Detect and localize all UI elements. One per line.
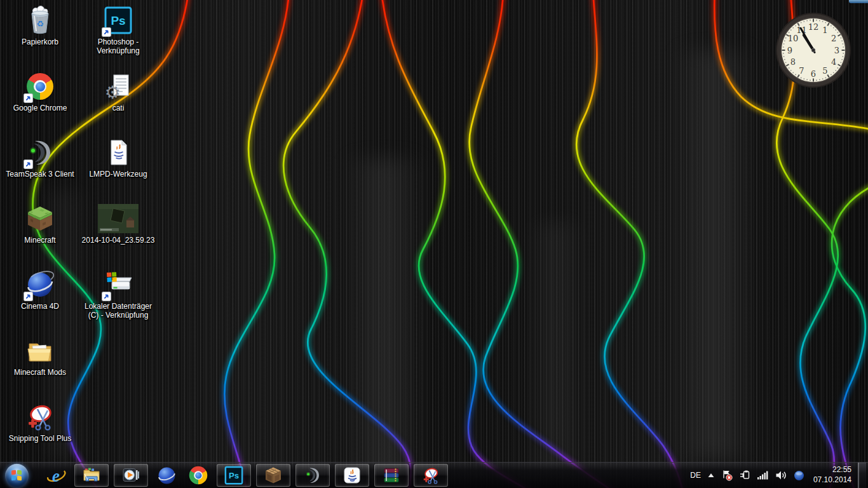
gadget-edge-fragment — [849, 0, 868, 3]
shortcut-arrow-icon — [24, 159, 33, 169]
svg-text:10: 10 — [788, 34, 799, 43]
taskbar-button-windows-media-player[interactable] — [114, 464, 148, 487]
desktop-icon-label: Minecraft — [24, 236, 55, 245]
cinema4d-icon — [157, 466, 177, 485]
taskbar-button-google-chrome[interactable] — [185, 464, 212, 487]
chrome-icon — [189, 466, 208, 485]
taskbar: e — [0, 462, 868, 488]
desktop-icon-cinema4d[interactable]: Cinema 4D — [1, 269, 79, 311]
desktop-icon-label: Photoshop - Verknüpfung — [79, 37, 157, 55]
windows-explorer-icon — [82, 466, 101, 485]
taskbar-button-photoshop[interactable]: Ps — [217, 464, 251, 487]
desktop-icon-photoshop[interactable]: Ps Photoshop - Verknüpfung — [79, 5, 157, 55]
taskbar-button-winrar[interactable] — [374, 464, 409, 487]
tray-app-orb-icon[interactable] — [794, 470, 804, 481]
svg-text:7: 7 — [799, 66, 804, 76]
desktop-icon-local-disk-c[interactable]: Lokaler Datenträger (C) - Verknüpfung — [79, 269, 157, 320]
desktop-icon-label: cati — [112, 104, 125, 112]
recycle-bin-icon: ♻ — [25, 5, 55, 36]
crafting-table-icon — [264, 466, 283, 485]
desktop-icon-label: Cinema 4D — [21, 302, 59, 311]
winrar-icon — [382, 466, 401, 485]
config-file-icon: ⚙ — [103, 71, 133, 102]
svg-text:4: 4 — [831, 57, 836, 67]
svg-text:Ps: Ps — [111, 14, 125, 27]
desktop-icon-label: 2014-10-04_23.59.23 — [82, 236, 155, 245]
desktop-icon-label: Minecraft Mods — [14, 368, 66, 377]
java-icon — [342, 466, 362, 485]
desktop-icon-label: TeamSpeak 3 Client — [6, 170, 74, 179]
desktop-icon-lmpd-werkzeug[interactable]: LMPD-Werkzeug — [79, 137, 157, 179]
photoshop-icon: Ps — [224, 466, 243, 485]
clock-center-cap — [811, 48, 815, 52]
svg-text:⚙: ⚙ — [104, 83, 120, 102]
taskbar-buttons: e — [0, 464, 448, 487]
desktop-wallpaper[interactable]: ♻ Papierkorb Google Chrome TeamSpeak 3 — [0, 0, 868, 488]
folder-icon — [25, 336, 55, 366]
svg-text:1: 1 — [822, 25, 827, 35]
desktop-icon-recycle-bin[interactable]: ♻ Papierkorb — [1, 5, 79, 46]
java-file-icon — [103, 137, 133, 168]
system-tray: DE — [690, 463, 868, 488]
svg-text:3: 3 — [834, 46, 839, 55]
taskbar-button-minecraft[interactable] — [256, 464, 290, 487]
svg-text:12: 12 — [808, 22, 819, 32]
taskbar-button-internet-explorer[interactable]: e — [43, 464, 69, 487]
minecraft-grass-block-icon — [25, 203, 55, 234]
desktop-icon-cati[interactable]: ⚙ cati — [79, 71, 157, 112]
windows-media-player-icon — [121, 466, 140, 485]
desktop-icon-teamspeak[interactable]: TeamSpeak 3 Client — [1, 137, 79, 179]
tray-clock[interactable]: 22:55 07.10.2014 — [813, 465, 851, 485]
shortcut-arrow-icon — [102, 27, 111, 37]
tray-date: 07.10.2014 — [813, 475, 851, 485]
snipping-tool-icon — [25, 402, 55, 432]
svg-text:2: 2 — [831, 34, 836, 43]
language-indicator[interactable]: DE — [690, 471, 701, 480]
desktop-icon-google-chrome[interactable]: Google Chrome — [1, 71, 79, 112]
desktop-icon-minecraft-mods[interactable]: Minecraft Mods — [1, 336, 79, 377]
volume-icon[interactable] — [775, 470, 787, 480]
desktop-icon-label: Papierkorb — [22, 37, 58, 46]
svg-text:9: 9 — [787, 46, 792, 55]
windows-start-orb-icon — [5, 464, 29, 487]
taskbar-button-cinema4d[interactable] — [153, 464, 180, 487]
snipping-tool-icon — [421, 466, 440, 485]
desktop-icon-label: Google Chrome — [13, 104, 67, 112]
shortcut-arrow-icon — [24, 93, 33, 103]
shortcut-arrow-icon — [102, 292, 111, 301]
svg-text:5: 5 — [822, 66, 827, 76]
desktop-icon-label: LMPD-Werkzeug — [89, 170, 147, 179]
teamspeak-icon — [303, 466, 322, 485]
minecraft-screenshot-thumbnail — [98, 204, 139, 233]
desktop-icon-minecraft[interactable]: Minecraft — [1, 203, 79, 245]
svg-text:6: 6 — [811, 69, 816, 79]
svg-text:♻: ♻ — [36, 19, 44, 29]
taskbar-button-java-app[interactable] — [335, 464, 369, 487]
taskbar-button-snipping-tool-plus[interactable] — [414, 464, 448, 487]
svg-text:e: e — [52, 466, 60, 485]
network-signal-icon[interactable] — [757, 470, 769, 480]
clock-gadget[interactable]: 121234567891011 — [774, 11, 853, 90]
tray-time: 22:55 — [813, 465, 851, 475]
internet-explorer-icon: e — [46, 465, 66, 485]
shortcut-arrow-icon — [24, 292, 33, 301]
show-hidden-icons-chevron[interactable] — [707, 472, 715, 478]
svg-text:Ps: Ps — [229, 471, 239, 480]
action-center-flag-icon[interactable] — [721, 470, 733, 481]
start-button[interactable] — [3, 464, 30, 487]
taskbar-button-teamspeak[interactable] — [295, 464, 330, 487]
desktop-icon-label: Lokaler Datenträger (C) - Verknüpfung — [79, 302, 157, 320]
safely-remove-hardware-icon[interactable] — [739, 470, 750, 481]
desktop-icon-snipping-tool-plus[interactable]: Snipping Tool Plus — [1, 402, 79, 443]
desktop-icon-label: Snipping Tool Plus — [9, 434, 72, 443]
svg-text:8: 8 — [790, 57, 796, 67]
taskbar-button-windows-explorer[interactable] — [74, 464, 109, 487]
show-desktop-button[interactable] — [858, 463, 866, 488]
desktop-icon-screenshot-file[interactable]: 2014-10-04_23.59.23 — [79, 203, 157, 245]
